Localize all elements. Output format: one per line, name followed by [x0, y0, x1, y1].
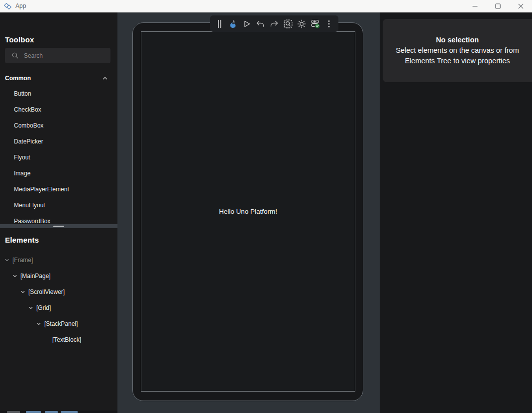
elements-tree: [Frame] [MainPage] [ScrollViewer] [Grid]: [0, 252, 117, 348]
no-selection-hint-line2: Elements Tree to view properties: [405, 56, 510, 66]
toolbox-list: Button CheckBox ComboBox DatePicker Flyo…: [0, 86, 117, 229]
no-selection-title: No selection: [436, 35, 479, 45]
play-icon: [242, 19, 252, 29]
undo-icon: [255, 19, 265, 29]
splitter-grip: [53, 226, 64, 227]
app-window: App Toolbox Common: [0, 0, 532, 413]
maximize-button[interactable]: [486, 0, 509, 12]
undo-button[interactable]: [255, 17, 267, 30]
toolbox-item-combobox[interactable]: ComboBox: [0, 118, 117, 134]
applied-changes-button[interactable]: [310, 17, 321, 30]
redo-icon: [269, 19, 279, 29]
device-screen[interactable]: Hello Uno Platform!: [141, 31, 355, 392]
close-button[interactable]: [509, 0, 532, 12]
toolbox-item-menuflyout[interactable]: MenuFlyout: [0, 197, 117, 213]
inspect-element-icon: [283, 19, 293, 29]
panel-splitter[interactable]: [0, 224, 117, 228]
hello-textblock[interactable]: Hello Uno Platform!: [219, 208, 277, 215]
hot-design-toolbar: [210, 15, 338, 32]
tree-item-mainpage[interactable]: [MainPage]: [0, 268, 117, 284]
uno-platform-logo-icon: [3, 2, 12, 10]
titlebar: App: [0, 0, 532, 12]
window-controls: [463, 0, 532, 12]
chevron-down-icon[interactable]: [4, 257, 10, 263]
left-sidebar: Toolbox Common Button CheckBox ComboBox …: [0, 12, 117, 413]
drag-handle-icon: [217, 19, 222, 28]
clipped-bottom-row: [0, 411, 117, 413]
toolbox-item-checkbox[interactable]: CheckBox: [0, 102, 117, 118]
search-input[interactable]: [24, 52, 104, 59]
play-button[interactable]: [241, 17, 253, 30]
toolbox-item-image[interactable]: Image: [0, 165, 117, 181]
no-selection-hint-line1: Select elements on the canvas or from: [396, 45, 519, 56]
hot-design-button[interactable]: [227, 17, 239, 30]
toolbox-search[interactable]: [5, 48, 110, 63]
theme-sun-icon: [297, 19, 307, 29]
theme-toggle-button[interactable]: [296, 17, 308, 30]
toolbar-drag-handle[interactable]: [213, 17, 225, 30]
section-header-common[interactable]: Common: [0, 73, 117, 83]
design-canvas[interactable]: Hello Uno Platform!: [117, 12, 380, 413]
toolbox-item-flyout[interactable]: Flyout: [0, 149, 117, 165]
elements-title: Elements: [5, 236, 39, 244]
section-label: Common: [5, 75, 31, 82]
hot-design-flame-icon: [228, 19, 238, 29]
chevron-up-icon: [102, 75, 108, 84]
chevron-down-icon[interactable]: [12, 273, 18, 279]
toolbox-title: Toolbox: [5, 35, 34, 44]
toolbox-item-datepicker[interactable]: DatePicker: [0, 134, 117, 149]
chevron-down-icon[interactable]: [28, 305, 34, 311]
redo-button[interactable]: [268, 17, 280, 30]
no-selection-card: No selection Select elements on the canv…: [383, 19, 532, 82]
inspect-element-button[interactable]: [282, 17, 294, 30]
minimize-button[interactable]: [463, 0, 486, 12]
more-options-button[interactable]: [323, 17, 335, 30]
tree-item-stackpanel[interactable]: [StackPanel]: [0, 316, 117, 332]
tree-item-grid[interactable]: [Grid]: [0, 300, 117, 316]
chevron-down-icon[interactable]: [20, 289, 26, 295]
toolbox-item-mediaplayerelement[interactable]: MediaPlayerElement: [0, 181, 117, 197]
tree-item-textblock[interactable]: [TextBlock]: [0, 332, 117, 348]
window-title: App: [15, 2, 26, 9]
properties-panel: No selection Select elements on the canv…: [380, 12, 532, 413]
toolbox-item-button[interactable]: Button: [0, 86, 117, 102]
chevron-down-icon[interactable]: [36, 321, 42, 327]
device-frame[interactable]: Hello Uno Platform!: [132, 22, 363, 401]
tree-item-frame[interactable]: [Frame]: [0, 252, 117, 268]
magnifier-icon: [11, 52, 19, 59]
applied-changes-check-icon: [310, 18, 320, 29]
kebab-menu-icon: [324, 19, 334, 29]
tree-item-scrollviewer[interactable]: [ScrollViewer]: [0, 284, 117, 300]
